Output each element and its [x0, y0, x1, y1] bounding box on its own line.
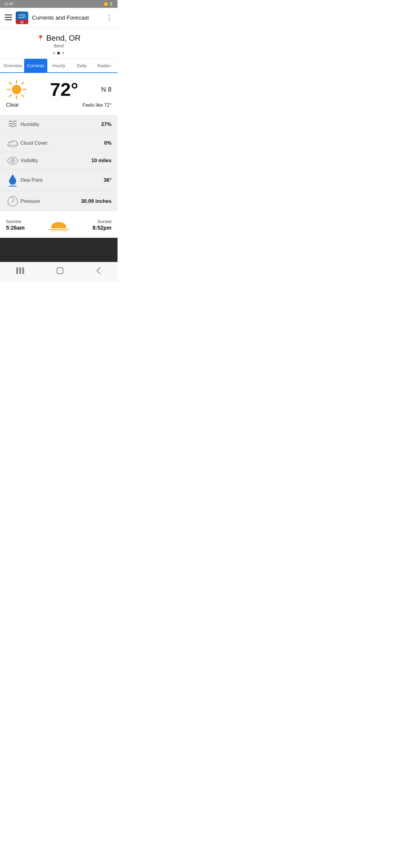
svg-rect-2	[5, 19, 12, 20]
bottom-dark-section	[0, 238, 118, 262]
svg-point-25	[12, 201, 13, 202]
visibility-row: Visibility 10 miles	[0, 152, 118, 169]
tab-daily[interactable]: Daily	[70, 59, 93, 72]
svg-point-19	[12, 160, 13, 161]
sunrise-time: 5:26am	[6, 225, 25, 231]
current-weather-section: 72° N 8 Clear Feels like 72°	[0, 73, 118, 114]
weather-description-row: Clear Feels like 72°	[6, 102, 112, 111]
location-city: Bend, OR	[46, 33, 81, 43]
sunrise-sunset-section: Sunrise 5:26am Sunset 8:52pm	[0, 212, 118, 238]
add-location-button[interactable]: +	[62, 51, 64, 56]
pressure-gauge-icon	[7, 195, 19, 207]
cloud-cover-value: 0%	[104, 140, 112, 146]
pin-icon: 📍	[37, 35, 44, 42]
pressure-label: Pressure	[19, 198, 81, 204]
radar-arrow-icon: ›	[110, 63, 112, 68]
svg-rect-0	[5, 14, 12, 16]
svg-rect-1	[5, 17, 12, 18]
app-logo: LOCAL ALERT 21	[16, 11, 28, 24]
tab-currents[interactable]: Currents	[24, 59, 47, 72]
status-battery: 🔋	[109, 2, 113, 6]
feels-like: Feels like 72°	[83, 102, 112, 108]
app-title: Currents and Forecast	[32, 14, 102, 21]
humidity-icon-wrap	[6, 119, 19, 130]
wind-display: N 8	[101, 86, 112, 93]
dot-1[interactable]	[53, 52, 56, 55]
nav-bar	[0, 262, 118, 281]
pressure-value: 30.09 inches	[81, 198, 112, 204]
svg-line-7	[9, 82, 11, 84]
temperature-display: 72°	[50, 80, 78, 99]
visibility-value: 10 miles	[91, 158, 112, 164]
dew-point-row: Dew Point 36°	[0, 169, 118, 191]
weather-details-section: Humidity 27% Cloud Cover: 0%	[0, 115, 118, 211]
svg-rect-31	[57, 268, 63, 274]
logo-number: 21	[16, 20, 28, 24]
sunrise-block: Sunrise 5:26am	[6, 219, 25, 231]
svg-rect-29	[19, 267, 21, 274]
tab-hourly[interactable]: Hourly	[47, 59, 70, 72]
sunset-time: 8:52pm	[93, 225, 112, 231]
svg-rect-30	[22, 267, 24, 274]
logo-top-text: LOCAL ALERT	[16, 14, 28, 19]
svg-line-8	[22, 95, 24, 97]
cloud-cover-label: Cloud Cover:	[19, 141, 104, 146]
nav-home-button[interactable]	[50, 266, 70, 277]
weather-description: Clear	[6, 102, 19, 108]
status-bar: 11:45 📶 🔋	[0, 0, 118, 8]
pressure-icon-wrap	[6, 195, 19, 207]
hamburger-menu-button[interactable]	[5, 14, 12, 22]
cloud-icon	[7, 138, 19, 148]
svg-line-9	[22, 82, 24, 84]
svg-point-11	[12, 85, 21, 94]
nav-menu-button[interactable]	[10, 266, 30, 277]
tab-radar[interactable]: Radar ›	[93, 59, 116, 72]
sunset-block: Sunset 8:52pm	[93, 219, 112, 231]
pressure-row: Pressure 30.09 inches	[0, 191, 118, 211]
dew-point-label: Dew Point	[19, 178, 104, 183]
app-bar: LOCAL ALERT 21 Currents and Forecast ⋮	[0, 8, 118, 28]
location-sub: Bend	[5, 43, 113, 48]
dot-2-active[interactable]	[57, 52, 60, 55]
pagination-dots: +	[5, 51, 113, 56]
location-header: 📍 Bend, OR Bend +	[0, 28, 118, 59]
horizon-sun-icon	[48, 217, 69, 233]
visibility-label: Visibility	[19, 158, 91, 163]
status-icons: 📶 🔋	[104, 2, 113, 6]
status-time: 11:45	[4, 2, 13, 6]
tab-overview[interactable]: Overview	[1, 59, 24, 72]
sunrise-label: Sunrise	[6, 219, 22, 224]
dew-drop-icon	[8, 174, 18, 187]
eye-icon-wrap	[6, 156, 19, 165]
svg-line-10	[9, 95, 11, 97]
sunset-label: Sunset	[97, 219, 112, 224]
weather-main-row: 72° N 8	[6, 79, 112, 100]
more-options-button[interactable]: ⋮	[106, 14, 113, 22]
dew-point-value: 36°	[104, 177, 112, 183]
humidity-label: Humidity	[19, 122, 101, 127]
cloud-cover-row: Cloud Cover: 0%	[0, 134, 118, 152]
humidity-row: Humidity 27%	[0, 115, 118, 134]
eye-icon	[7, 156, 19, 165]
humidity-icon	[8, 119, 18, 130]
location-name: 📍 Bend, OR	[5, 33, 113, 43]
nav-back-button[interactable]	[90, 266, 107, 277]
cloud-icon-wrap	[6, 138, 19, 148]
svg-rect-28	[16, 267, 18, 274]
tabs-bar: Overview Currents Hourly Daily Radar ›	[0, 59, 118, 73]
status-signal: 📶	[104, 2, 108, 6]
sun-icon	[6, 79, 27, 100]
dew-icon-wrap	[6, 174, 19, 187]
humidity-value: 27%	[101, 121, 112, 127]
